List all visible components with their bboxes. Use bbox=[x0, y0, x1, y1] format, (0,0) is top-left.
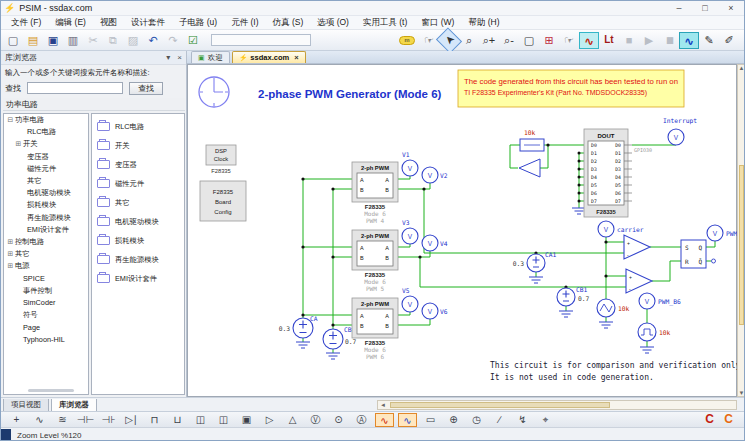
tree-item[interactable]: ⊞ 其它 bbox=[4, 248, 88, 260]
run-simview-icon[interactable]: ∿ bbox=[579, 32, 599, 49]
zoom-selection-icon[interactable]: ⊞ bbox=[539, 32, 559, 49]
library-folder[interactable]: 开关 bbox=[92, 136, 184, 155]
subcircuit-icon[interactable]: ▣ bbox=[237, 413, 256, 427]
gating-icon[interactable]: ↯ bbox=[513, 413, 532, 427]
voltage-source-icon[interactable]: ⊕ bbox=[444, 413, 463, 427]
capacitor-icon[interactable]: ⊣⊢ bbox=[76, 413, 95, 427]
library-folder[interactable]: EMI设计套件 bbox=[92, 269, 184, 288]
tree-item[interactable]: EMI设计套件 bbox=[4, 224, 88, 236]
menu-item[interactable]: 设计套件 bbox=[124, 17, 172, 29]
tree-expander-icon[interactable]: ⊞ bbox=[6, 262, 15, 270]
clock-oscillator[interactable]: 10k bbox=[519, 129, 544, 177]
canvas-hscrollbar[interactable]: ◄ bbox=[377, 400, 737, 410]
scroll-down-icon[interactable]: ▼ bbox=[738, 390, 745, 396]
fit-page-icon[interactable]: ▢ bbox=[519, 32, 539, 49]
close-button[interactable]: × bbox=[718, 3, 744, 13]
run-simulation-icon[interactable]: ▶ bbox=[639, 32, 659, 49]
wire-icon[interactable]: + bbox=[7, 413, 26, 427]
tab-welcome[interactable]: ▣ 欢迎 bbox=[191, 51, 230, 63]
menu-item[interactable]: 元件 (I) bbox=[224, 17, 265, 29]
simview-icon[interactable]: ∿ bbox=[679, 32, 699, 49]
vscroll-thumb[interactable] bbox=[739, 165, 744, 325]
library-folder[interactable]: 变压器 bbox=[92, 155, 184, 174]
source-ca1[interactable] bbox=[527, 254, 545, 272]
tab-close-icon[interactable]: × bbox=[294, 53, 298, 62]
curve-capture-icon[interactable]: ✐ bbox=[719, 32, 739, 49]
zoom-in-icon[interactable]: ⌕+ bbox=[479, 32, 499, 49]
menu-item[interactable]: 文件 (F) bbox=[4, 17, 48, 29]
tree-item[interactable]: 磁性元件 bbox=[4, 163, 88, 175]
transformer-icon[interactable]: ◫ bbox=[191, 413, 210, 427]
comparator-icon[interactable]: △ bbox=[283, 413, 302, 427]
scope-2ch-icon[interactable]: ∿ bbox=[398, 413, 417, 427]
label-tool-icon[interactable]: m bbox=[399, 36, 415, 45]
triangle-source[interactable] bbox=[597, 299, 615, 317]
source-cb[interactable] bbox=[323, 329, 343, 349]
comparator-2[interactable]: + - bbox=[626, 269, 652, 293]
pwm-block-1[interactable]: 2-ph PWM A B A B F28335 Mode 6 PWM 4 bbox=[352, 162, 398, 224]
clock-source-icon[interactable]: ◷ bbox=[467, 413, 486, 427]
pan-icon[interactable]: ☞ bbox=[559, 32, 579, 49]
menu-item[interactable]: 选项 (O) bbox=[310, 17, 356, 29]
zoom-out-icon[interactable]: ⌕- bbox=[499, 32, 519, 49]
redo-icon[interactable]: ↷ bbox=[163, 32, 183, 49]
library-folder[interactable]: 损耗模块 bbox=[92, 231, 184, 250]
tab-document[interactable]: ⚡ ssdax.com × bbox=[232, 51, 306, 63]
minimize-button[interactable]: – bbox=[666, 3, 692, 13]
opamp-icon[interactable]: ▷ bbox=[260, 413, 279, 427]
tree-item[interactable]: 再生能源模块 bbox=[4, 212, 88, 224]
tree-hscroll-thumb[interactable] bbox=[28, 389, 74, 392]
tree-expander-icon[interactable]: ⊞ bbox=[6, 250, 15, 258]
dout-block[interactable]: DOUT D0 D1 D2 D3 D4 D5 D6 D7 D0 D1 D2 bbox=[584, 129, 652, 217]
tree-item[interactable]: 符号 bbox=[4, 309, 88, 321]
ltspice-link-icon[interactable]: Lt bbox=[599, 32, 619, 49]
voltage-probe-icon[interactable]: Ⓥ bbox=[306, 413, 325, 427]
transformer-3w-icon[interactable]: ◫ bbox=[214, 413, 233, 427]
tree-item[interactable]: ⊞ 电源 bbox=[4, 260, 88, 272]
label-icon[interactable]: ⌖ bbox=[536, 413, 555, 427]
stop-simulation-icon[interactable]: ■ bbox=[619, 32, 639, 49]
pwm-block-2[interactable]: 2-ph PWM A B A B F28335 Mode 6 PWM 5 bbox=[352, 230, 398, 292]
mosfet-icon[interactable]: ⊔ bbox=[168, 413, 187, 427]
scope-voltage-icon[interactable]: ∿ bbox=[375, 413, 394, 427]
tree-item[interactable]: 变压器 bbox=[4, 151, 88, 163]
menu-item[interactable]: 窗口 (W) bbox=[414, 17, 461, 29]
tree-expander-icon[interactable]: ⊟ bbox=[6, 116, 15, 124]
tree-item[interactable]: 电机驱动模块 bbox=[4, 187, 88, 199]
tree-item[interactable]: 损耗模块 bbox=[4, 199, 88, 211]
tree-item[interactable]: ⊞ 开关 bbox=[4, 138, 88, 150]
inductor-icon[interactable]: ≋ bbox=[53, 413, 72, 427]
search-button[interactable]: 查找 bbox=[129, 82, 163, 95]
scroll-left-icon[interactable]: ◄ bbox=[378, 402, 388, 408]
c-code-icon[interactable]: C bbox=[700, 413, 719, 427]
pause-simulation-icon[interactable]: ▮▮ bbox=[659, 32, 679, 49]
dsp-clock-block[interactable]: DSP Clock F28335 bbox=[206, 145, 236, 174]
pwm-block-3[interactable]: 2-ph PWM A B A B F28335 Mode 6 PWM 6 bbox=[352, 298, 398, 360]
canvas-vscrollbar[interactable]: ▲ ▼ bbox=[737, 64, 745, 397]
switch-icon[interactable]: ∕ bbox=[490, 413, 509, 427]
open-file-icon[interactable]: ▤ bbox=[23, 32, 43, 49]
maximize-button[interactable]: □ bbox=[692, 3, 718, 13]
new-file-icon[interactable]: ▢ bbox=[3, 32, 23, 49]
dock-dropdown-icon[interactable]: ▾ bbox=[166, 53, 170, 62]
menu-item[interactable]: 视图 bbox=[93, 17, 124, 29]
check-elements-icon[interactable]: ☑ bbox=[183, 32, 203, 49]
toolbar-input[interactable] bbox=[211, 34, 311, 46]
paste-icon[interactable]: ▨ bbox=[123, 32, 143, 49]
library-folder[interactable]: 其它 bbox=[92, 193, 184, 212]
current-sensor-icon[interactable]: Ⓐ bbox=[352, 413, 371, 427]
zoom-icon[interactable]: ⌕ bbox=[459, 32, 479, 49]
tree-item[interactable]: 其它 bbox=[4, 175, 88, 187]
menu-item[interactable]: 仿真 (S) bbox=[266, 17, 311, 29]
tree-item[interactable]: RLC电路 bbox=[4, 126, 88, 138]
save-icon[interactable]: ▣ bbox=[43, 32, 63, 49]
capacitor-polar-icon[interactable]: ⊣⊦ bbox=[99, 413, 118, 427]
c-block-icon[interactable]: C bbox=[719, 413, 738, 427]
menu-item[interactable]: 实用工具 (t) bbox=[356, 17, 414, 29]
tree-expander-icon[interactable]: ⊞ bbox=[14, 140, 23, 148]
source-cb1[interactable] bbox=[557, 288, 575, 306]
voltage-sensor-icon[interactable]: ⊙ bbox=[329, 413, 348, 427]
block-icon[interactable]: ▭ bbox=[421, 413, 440, 427]
cut-icon[interactable]: ✂ bbox=[83, 32, 103, 49]
menu-item[interactable]: 编辑 (E) bbox=[48, 17, 93, 29]
